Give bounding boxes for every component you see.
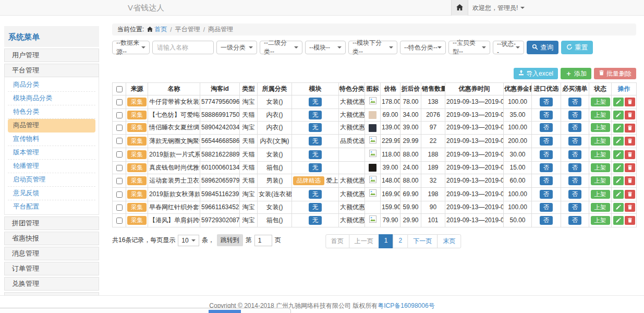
filter-status-select[interactable]: --状态-- <box>493 41 524 54</box>
status-badge[interactable]: 上架 <box>591 203 610 212</box>
breadcrumb-home-link[interactable]: 首页 <box>147 25 167 34</box>
filter-feature-select[interactable]: --特色分类-- <box>400 41 446 54</box>
sidebar-subitem[interactable]: 模块商品分类 <box>8 92 95 105</box>
import-select-badge[interactable]: 否 <box>540 203 553 212</box>
edit-button[interactable] <box>613 203 624 212</box>
edit-button[interactable] <box>613 111 624 119</box>
jump-button[interactable]: 跳转到 <box>217 234 243 246</box>
add-button[interactable]: ＋ 添加 <box>561 68 591 79</box>
edit-button[interactable] <box>613 98 624 106</box>
row-checkbox[interactable] <box>116 204 123 211</box>
row-checkbox[interactable] <box>116 151 123 158</box>
delete-button[interactable] <box>625 111 635 119</box>
import-select-badge[interactable]: 否 <box>540 176 553 185</box>
delete-button[interactable] <box>625 98 635 106</box>
icp-link[interactable]: 粤ICP备16098006号 <box>378 302 434 309</box>
sidebar-item[interactable]: 省惠快报 <box>4 232 99 245</box>
sidebar-subitem[interactable]: 版本管理 <box>8 146 95 160</box>
filter-category1-select[interactable]: 一级分类 <box>216 41 257 54</box>
edit-button[interactable] <box>613 163 624 172</box>
status-badge[interactable]: 上架 <box>591 163 610 172</box>
edit-button[interactable] <box>613 124 624 133</box>
select-all-checkbox[interactable] <box>116 86 123 92</box>
import-select-badge[interactable]: 否 <box>540 150 553 159</box>
reset-button[interactable]: 重置 <box>561 41 593 54</box>
status-badge[interactable]: 上架 <box>591 123 610 132</box>
import-select-badge[interactable]: 否 <box>540 98 553 106</box>
sidebar-subitem[interactable]: 特色分类 <box>8 105 95 119</box>
filter-module-sub-select[interactable]: --模块下分类-- <box>348 41 397 54</box>
must-buy-badge[interactable]: 否 <box>568 98 582 106</box>
edit-button[interactable] <box>613 137 624 146</box>
page-button-1[interactable]: 1 <box>379 234 394 248</box>
search-button[interactable]: 查询 <box>527 41 558 54</box>
delete-button[interactable] <box>625 203 635 212</box>
page-button-2[interactable]: 2 <box>393 234 408 248</box>
must-buy-badge[interactable]: 否 <box>568 190 582 199</box>
sidebar-subitem[interactable]: 商品管理 <box>8 119 95 133</box>
status-badge[interactable]: 上架 <box>591 150 610 159</box>
must-buy-badge[interactable]: 否 <box>568 111 582 119</box>
sidebar-subitem[interactable]: 启动页管理 <box>8 173 95 187</box>
sidebar-subitem[interactable]: 商品分类 <box>8 78 95 92</box>
must-buy-badge[interactable]: 否 <box>568 163 582 172</box>
per-page-select[interactable]: 10 <box>178 235 199 246</box>
delete-button[interactable] <box>625 216 635 225</box>
import-select-badge[interactable]: 否 <box>540 163 553 172</box>
delete-button[interactable] <box>625 137 635 146</box>
status-badge[interactable]: 上架 <box>591 111 610 119</box>
import-select-badge[interactable]: 否 <box>540 216 553 225</box>
edit-button[interactable] <box>613 150 624 159</box>
filter-module-select[interactable]: --模块-- <box>305 41 346 54</box>
import-select-badge[interactable]: 否 <box>540 137 553 146</box>
must-buy-badge[interactable]: 否 <box>568 216 582 225</box>
batch-delete-button[interactable]: 批量删除 <box>594 68 636 79</box>
must-buy-badge[interactable]: 否 <box>568 176 582 185</box>
delete-button[interactable] <box>625 176 635 185</box>
must-buy-badge[interactable]: 否 <box>568 203 582 212</box>
row-checkbox[interactable] <box>116 125 123 131</box>
sidebar-item[interactable]: 拼团管理 <box>4 216 99 230</box>
edit-button[interactable] <box>613 216 624 225</box>
must-buy-badge[interactable]: 否 <box>568 123 582 132</box>
must-buy-badge[interactable]: 否 <box>568 150 582 159</box>
page-button-上一页[interactable]: 上一页 <box>349 234 379 248</box>
delete-button[interactable] <box>625 124 635 133</box>
sidebar-subitem[interactable]: 意见反馈 <box>8 187 95 200</box>
row-checkbox[interactable] <box>116 191 123 198</box>
home-button[interactable] <box>451 0 468 16</box>
sidebar-item[interactable]: 兑换管理 <box>4 277 99 291</box>
import-select-badge[interactable]: 否 <box>540 123 553 132</box>
row-checkbox[interactable] <box>116 138 123 144</box>
status-badge[interactable]: 上架 <box>591 216 610 225</box>
delete-button[interactable] <box>625 163 635 172</box>
row-checkbox[interactable] <box>116 218 123 224</box>
user-menu[interactable]: 欢迎您，管理员! <box>472 0 525 16</box>
edit-button[interactable] <box>613 190 624 199</box>
page-button-下一页[interactable]: 下一页 <box>407 234 438 248</box>
sidebar-subitem[interactable]: 轮播管理 <box>8 160 95 173</box>
status-badge[interactable]: 上架 <box>591 137 610 146</box>
page-button-首页[interactable]: 首页 <box>325 234 349 248</box>
import-excel-button[interactable]: 导入excel <box>514 68 558 79</box>
name-search-input[interactable] <box>152 41 214 54</box>
filter-category2-select[interactable]: --二级分类-- <box>260 41 302 54</box>
status-badge[interactable]: 上架 <box>591 176 610 185</box>
sidebar-item[interactable]: 用户管理 <box>4 49 99 62</box>
row-checkbox[interactable] <box>116 112 123 118</box>
row-checkbox[interactable] <box>116 165 123 171</box>
row-checkbox[interactable] <box>116 178 123 184</box>
filter-item-type-select[interactable]: --宝贝类型-- <box>448 41 490 54</box>
sidebar-subitem[interactable]: 平台配置 <box>8 200 95 213</box>
sidebar-item[interactable]: 消息管理 <box>4 247 99 260</box>
delete-button[interactable] <box>625 190 635 199</box>
delete-button[interactable] <box>625 150 635 159</box>
sidebar-item[interactable]: 平台管理 <box>4 64 99 77</box>
import-select-badge[interactable]: 否 <box>540 190 553 199</box>
page-number-input[interactable] <box>254 235 272 246</box>
edit-button[interactable] <box>613 176 624 185</box>
import-select-badge[interactable]: 否 <box>540 111 553 119</box>
row-checkbox[interactable] <box>116 99 123 105</box>
sidebar-subitem[interactable]: 宣传物料 <box>8 133 95 146</box>
status-badge[interactable]: 上架 <box>591 98 610 106</box>
